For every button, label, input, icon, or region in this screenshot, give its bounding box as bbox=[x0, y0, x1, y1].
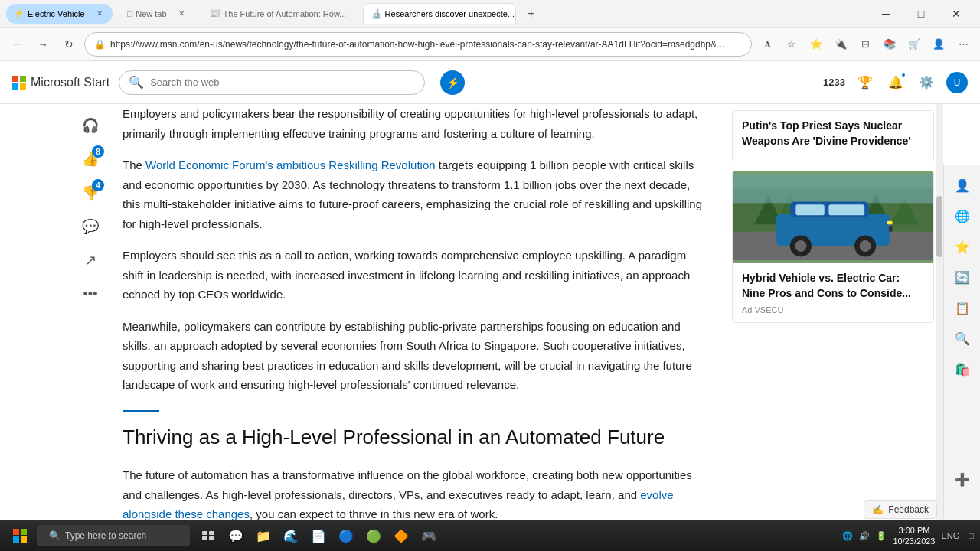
clock-date: 10/23/2023 bbox=[893, 536, 935, 546]
ad-label: Ad bbox=[742, 305, 752, 315]
edge-copilot-icon[interactable]: 🌐 bbox=[949, 202, 976, 230]
tab-favicon-2: □ bbox=[128, 9, 133, 18]
edge-search-icon[interactable]: 🔍 bbox=[949, 324, 976, 352]
svg-point-13 bbox=[795, 240, 806, 252]
edge-shopping-icon[interactable]: 🛍️ bbox=[949, 355, 976, 383]
network-icon: 🌐 bbox=[842, 531, 853, 541]
svg-point-15 bbox=[860, 240, 871, 252]
maximize-button[interactable]: □ bbox=[903, 2, 939, 26]
tab-electric-vehicle[interactable]: ⚡ Electric Vehicle ✕ bbox=[6, 4, 113, 24]
app3-taskbar-icon[interactable]: 🎮 bbox=[416, 523, 441, 548]
new-tab-button[interactable]: + bbox=[521, 3, 542, 24]
app2-taskbar-icon[interactable]: 🔶 bbox=[389, 523, 413, 548]
tab-favicon-4: 🔬 bbox=[371, 9, 382, 19]
sidebar-card-hybrid[interactable]: Hybrid Vehicle vs. Electric Car: Nine Pr… bbox=[732, 171, 934, 323]
file-explorer-icon[interactable]: 📁 bbox=[251, 523, 276, 548]
read-aloud-icon[interactable]: 𝐀 bbox=[756, 34, 778, 55]
search-input[interactable] bbox=[150, 77, 415, 88]
edge-history-icon[interactable]: 🔄 bbox=[949, 263, 976, 291]
page-content: Microsoft Start 🔍 ⚡ 1233 🏆 🔔 ⚙️ U bbox=[0, 61, 980, 520]
task-view-icon[interactable] bbox=[196, 523, 220, 548]
sidebar-card-2-title: Hybrid Vehicle vs. Electric Car: Nine Pr… bbox=[742, 271, 924, 301]
tab-favicon: ⚡ bbox=[14, 8, 24, 18]
chrome-taskbar-icon[interactable]: 🔵 bbox=[334, 523, 358, 548]
url-bar[interactable]: 🔒 https://www.msn.com/en-us/news/technol… bbox=[84, 32, 752, 57]
logo-sq-blue bbox=[12, 83, 18, 90]
edge-profile-icon[interactable]: 👤 bbox=[949, 171, 976, 199]
msn-logo: Microsoft Start bbox=[12, 76, 109, 90]
settings-icon[interactable]: ⚙️ bbox=[916, 72, 937, 93]
split-screen-icon[interactable]: ⊟ bbox=[854, 34, 876, 55]
msn-topbar: Microsoft Start 🔍 ⚡ 1233 🏆 🔔 ⚙️ U bbox=[0, 61, 980, 104]
like-button[interactable]: 👍 8 bbox=[75, 144, 106, 174]
tab-bar: ⚡ Electric Vehicle ✕ □ New tab ✕ 📰 The F… bbox=[6, 3, 542, 24]
tab-automation[interactable]: 📰 The Future of Automation: How... ✕ bbox=[202, 3, 355, 24]
url-text: https://www.msn.com/en-us/news/technolog… bbox=[110, 39, 742, 50]
edge-favorites-icon[interactable]: ⭐ bbox=[949, 233, 976, 260]
acrobat-taskbar-icon[interactable]: 📄 bbox=[306, 523, 331, 548]
collections-icon[interactable]: 📚 bbox=[879, 34, 900, 55]
msn-right-icons: 1233 🏆 🔔 ⚙️ U bbox=[823, 72, 968, 93]
sidebar-card-putin[interactable]: Putin's Top Priest Says Nuclear Weapons … bbox=[732, 110, 934, 161]
wef-reskilling-link[interactable]: World Economic Forum's ambitious Reskill… bbox=[145, 158, 436, 171]
show-desktop-icon[interactable]: □ bbox=[969, 531, 974, 540]
share-button[interactable]: ↗ bbox=[75, 245, 106, 276]
comment-icon: 💬 bbox=[82, 218, 99, 235]
sidebar-card-1-text: Putin's Top Priest Says Nuclear Weapons … bbox=[733, 111, 933, 161]
minimize-button[interactable]: ─ bbox=[868, 2, 903, 26]
rewards-icon[interactable]: 🏆 bbox=[854, 72, 876, 93]
close-button[interactable]: ✕ bbox=[939, 2, 974, 26]
svg-rect-19 bbox=[21, 529, 27, 535]
svg-rect-7 bbox=[733, 174, 933, 203]
back-button[interactable]: ← bbox=[6, 34, 28, 55]
more-button[interactable]: ••• bbox=[75, 279, 106, 309]
svg-rect-23 bbox=[209, 531, 214, 535]
extensions-icon[interactable]: 🔌 bbox=[830, 34, 851, 55]
taskbar-search-bar[interactable]: 🔍 Type here to search bbox=[37, 525, 190, 546]
browser-favorites-icon[interactable]: ⭐ bbox=[805, 34, 827, 55]
feedback-icon: ✍ bbox=[872, 504, 884, 515]
car-image bbox=[733, 171, 933, 263]
svg-rect-20 bbox=[13, 536, 19, 543]
notifications-icon[interactable]: 🔔 bbox=[885, 72, 906, 93]
dislike-button[interactable]: 👎 4 bbox=[75, 178, 106, 208]
listen-button[interactable]: 🎧 bbox=[75, 110, 106, 141]
edge-add-icon[interactable]: ➕ bbox=[949, 465, 976, 493]
edge-collections-icon[interactable]: 📋 bbox=[949, 294, 976, 321]
scrollbar-thumb[interactable] bbox=[936, 196, 942, 257]
chat-icon[interactable]: 💬 bbox=[224, 523, 248, 548]
right-sidebar: Putin's Top Priest Says Nuclear Weapons … bbox=[726, 104, 940, 338]
dislike-count: 4 bbox=[92, 179, 104, 191]
logo-sq-red bbox=[12, 76, 18, 82]
system-clock[interactable]: 3:00 PM 10/23/2023 bbox=[893, 525, 935, 547]
shopping-icon[interactable]: 🛒 bbox=[903, 34, 925, 55]
title-bar: ⚡ Electric Vehicle ✕ □ New tab ✕ 📰 The F… bbox=[0, 0, 980, 28]
para2-prefix: The bbox=[122, 158, 145, 171]
para5-suffix: , you can expect to thrive in this new e… bbox=[250, 507, 498, 520]
msn-search-bar[interactable]: 🔍 bbox=[119, 70, 425, 95]
tab-researchers[interactable]: 🔬 Researchers discover unexpecte... ✕ bbox=[363, 3, 516, 24]
tab-close-btn[interactable]: ✕ bbox=[94, 8, 105, 19]
msn-activity-icon[interactable]: ⚡ bbox=[440, 70, 465, 95]
more-options-icon[interactable]: ⋯ bbox=[952, 34, 974, 55]
system-tray[interactable]: 🌐 🔊 🔋 bbox=[842, 531, 887, 541]
notification-dot bbox=[900, 72, 906, 78]
comment-button[interactable]: 💬 bbox=[75, 211, 106, 242]
add-to-favorites-icon[interactable]: ☆ bbox=[781, 34, 802, 55]
paragraph-5: The future of automation has a transform… bbox=[122, 465, 704, 520]
scrollbar[interactable] bbox=[936, 104, 943, 520]
svg-rect-22 bbox=[202, 531, 207, 535]
forward-button[interactable]: → bbox=[32, 34, 54, 55]
app1-taskbar-icon[interactable]: 🟢 bbox=[361, 523, 386, 548]
taskbar: 🔍 Type here to search 💬 📁 🌊 📄 🔵 bbox=[0, 520, 980, 551]
edge-taskbar-icon[interactable]: 🌊 bbox=[279, 523, 303, 548]
refresh-button[interactable]: ↻ bbox=[58, 34, 80, 55]
taskbar-right: 🌐 🔊 🔋 3:00 PM 10/23/2023 ENG □ bbox=[842, 525, 974, 547]
feedback-button[interactable]: ✍ Feedback bbox=[864, 500, 937, 519]
tab-new-tab[interactable]: □ New tab ✕ bbox=[120, 3, 194, 24]
user-avatar[interactable]: U bbox=[946, 72, 968, 93]
profile-icon[interactable]: 👤 bbox=[928, 34, 949, 55]
tab-title-3: The Future of Automation: How... bbox=[224, 9, 347, 18]
tab-close-btn-2[interactable]: ✕ bbox=[176, 8, 187, 19]
start-button[interactable] bbox=[6, 522, 34, 549]
